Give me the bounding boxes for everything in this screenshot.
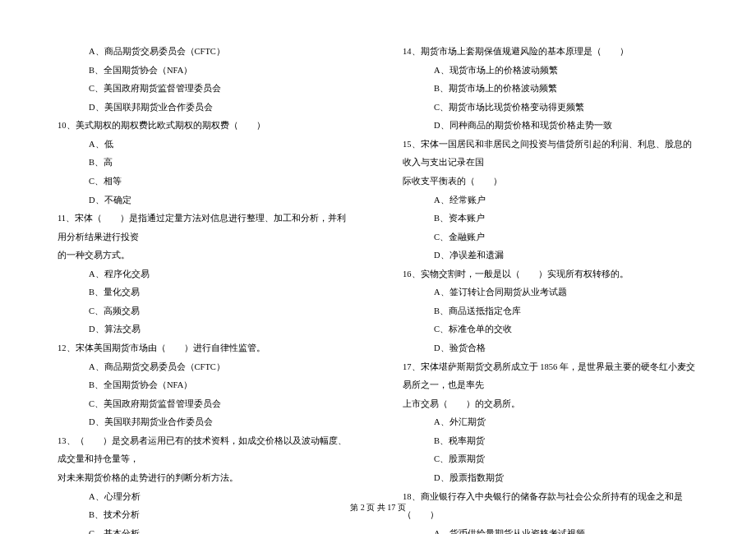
option-d: D、不确定: [58, 191, 353, 210]
option-b: B、资本账户: [403, 209, 698, 228]
question-11: 11、宋体（ ）是指通过定量方法对信息进行整理、加工和分析，并利用分析结果进行投…: [58, 209, 353, 246]
option-b: B、全国期货协会（NFA）: [58, 376, 353, 395]
option-b: B、高: [58, 154, 353, 173]
question-14: 14、期货市场上套期保值规避风险的基本原理是（ ）: [403, 43, 698, 62]
option-d: D、美国联邦期货业合作委员会: [58, 413, 353, 432]
option-a: A、商品期货交易委员会（CFTC）: [58, 43, 353, 62]
question-12: 12、宋体美国期货市场由（ ）进行自律性监管。: [58, 339, 353, 358]
question-11-cont: 的一种交易方式。: [58, 246, 353, 265]
option-d: D、验货合格: [403, 339, 698, 358]
option-c: C、股票期货: [403, 450, 698, 469]
option-d: D、股票指数期货: [403, 469, 698, 488]
option-a: A、现货市场上的价格波动频繁: [403, 62, 698, 81]
option-d: D、净误差和遗漏: [403, 246, 698, 265]
option-c: C、标准仓单的交收: [403, 320, 698, 339]
option-c: C、美国政府期货监督管理委员会: [58, 395, 353, 414]
question-15-cont: 际收支平衡表的（ ）: [403, 173, 698, 191]
option-c: C、基本分析: [58, 525, 353, 534]
option-a: A、签订转让合同期货从业考试题: [403, 283, 698, 302]
question-17-cont: 上市交易（ ）的交易所。: [403, 395, 698, 414]
option-b: B、期货市场上的价格波动频繁: [403, 80, 698, 99]
option-d: D、同种商品的期货价格和现货价格走势一致: [403, 117, 698, 136]
option-c: C、期货市场比现货价格变动得更频繁: [403, 99, 698, 117]
option-a: A、外汇期货: [403, 413, 698, 432]
option-d: D、美国联邦期货业合作委员会: [58, 99, 353, 117]
page-footer: 第 2 页 共 17 页: [0, 502, 756, 513]
option-b: B、税率期货: [403, 432, 698, 451]
option-a: A、经常账户: [403, 191, 698, 210]
left-column: A、商品期货交易委员会（CFTC） B、全国期货协会（NFA） C、美国政府期货…: [58, 43, 353, 503]
option-c: C、金融账户: [403, 228, 698, 247]
option-b: B、商品送抵指定仓库: [403, 302, 698, 321]
question-15: 15、宋体一国居民和非居民之间投资与借贷所引起的利润、利息、股息的收入与支出记录…: [403, 136, 698, 173]
question-10: 10、美式期权的期权费比欧式期权的期权费（ ）: [58, 117, 353, 136]
option-c: C、美国政府期货监督管理委员会: [58, 80, 353, 99]
right-column: 14、期货市场上套期保值规避风险的基本原理是（ ） A、现货市场上的价格波动频繁…: [403, 43, 698, 503]
option-a: A、低: [58, 136, 353, 154]
option-c: C、相等: [58, 173, 353, 191]
question-13-cont: 对未来期货价格的走势进行的判断分析方法。: [58, 469, 353, 488]
option-d: D、算法交易: [58, 320, 353, 339]
option-a: A、程序化交易: [58, 265, 353, 284]
question-16: 16、实物交割时，一般是以（ ）实现所有权转移的。: [403, 265, 698, 284]
option-c: C、高频交易: [58, 302, 353, 321]
option-b: B、全国期货协会（NFA）: [58, 62, 353, 81]
question-17: 17、宋体堪萨斯期货交易所成立于 1856 年，是世界最主要的硬冬红小麦交易所之…: [403, 358, 698, 395]
option-a: A、商品期货交易委员会（CFTC）: [58, 358, 353, 377]
option-a: A、货币供给量期货从业资格考试视频: [403, 525, 698, 534]
option-b: B、量化交易: [58, 283, 353, 302]
question-13: 13、（ ）是交易者运用已有的技术资料，如成交价格以及波动幅度、成交量和持仓量等…: [58, 432, 353, 469]
